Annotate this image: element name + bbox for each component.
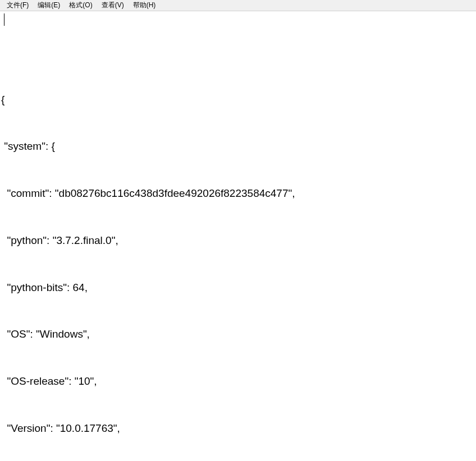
text-line: "OS": "Windows", bbox=[1, 326, 475, 342]
menu-format[interactable]: 格式(O) bbox=[65, 0, 97, 11]
menu-file[interactable]: 文件(F) bbox=[2, 0, 33, 11]
editor-content: { "system": { "commit": "db08276bc116c43… bbox=[1, 61, 475, 461]
menu-view[interactable]: 查看(V) bbox=[97, 0, 129, 11]
menubar: 文件(F) 编辑(E) 格式(O) 查看(V) 帮助(H) bbox=[0, 0, 476, 11]
text-line: "system": { bbox=[1, 139, 475, 154]
text-line: { bbox=[1, 92, 475, 108]
menu-edit[interactable]: 编辑(E) bbox=[33, 0, 65, 11]
text-line: "commit": "db08276bc116c438d3fdee492026f… bbox=[1, 186, 475, 201]
text-line: "OS-release": "10", bbox=[1, 374, 475, 389]
text-line: "Version": "10.0.17763", bbox=[1, 421, 475, 436]
text-line: "python-bits": 64, bbox=[1, 280, 475, 296]
menu-help[interactable]: 帮助(H) bbox=[129, 0, 161, 11]
text-line: "python": "3.7.2.final.0", bbox=[1, 233, 475, 248]
text-cursor bbox=[4, 13, 4, 26]
text-editor-area[interactable]: { "system": { "commit": "db08276bc116c43… bbox=[0, 11, 476, 461]
